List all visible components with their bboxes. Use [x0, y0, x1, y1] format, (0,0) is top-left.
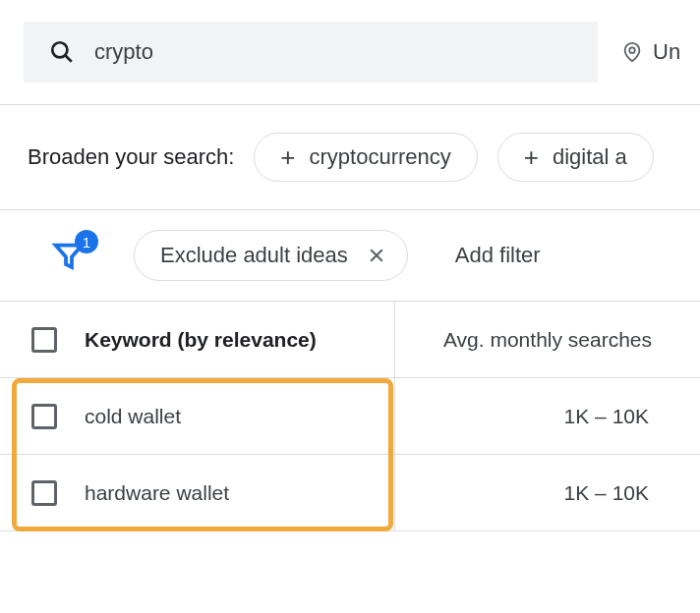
filter-row: 1 Exclude adult ideas Add filter	[0, 210, 700, 301]
broaden-row: Broaden your search: + cryptocurrency + …	[0, 105, 700, 209]
cell-searches: 1K – 10K	[395, 378, 700, 454]
broaden-label: Broaden your search:	[28, 144, 234, 170]
search-box[interactable]	[24, 22, 598, 83]
search-row: Un	[0, 0, 700, 104]
cell-keyword: cold wallet	[0, 378, 395, 454]
active-filter-chip[interactable]: Exclude adult ideas	[134, 230, 408, 281]
location-selector[interactable]: Un	[621, 38, 680, 66]
search-input[interactable]	[94, 39, 572, 65]
cell-keyword: hardware wallet	[0, 455, 395, 530]
header-searches-label: Avg. monthly searches	[443, 328, 652, 352]
add-filter-button[interactable]: Add filter	[455, 243, 541, 268]
searches-text: 1K – 10K	[564, 481, 649, 505]
header-keyword-label: Keyword (by relevance)	[85, 328, 317, 352]
close-icon[interactable]	[364, 243, 389, 268]
select-all-checkbox[interactable]	[31, 327, 57, 353]
keyword-text: cold wallet	[85, 405, 181, 428]
filter-chip-label: Exclude adult ideas	[160, 243, 348, 268]
column-header-keyword[interactable]: Keyword (by relevance)	[0, 302, 395, 377]
broaden-chip-digital[interactable]: + digital a	[497, 133, 654, 182]
filter-button[interactable]: 1	[51, 238, 87, 273]
location-label: Un	[653, 39, 680, 65]
table-header: Keyword (by relevance) Avg. monthly sear…	[0, 302, 700, 378]
filter-count-badge: 1	[75, 230, 98, 253]
table-row[interactable]: cold wallet 1K – 10K	[0, 378, 700, 455]
chip-label: digital a	[553, 144, 627, 170]
svg-point-2	[629, 47, 635, 53]
plus-icon: +	[524, 144, 539, 170]
svg-line-1	[65, 55, 72, 62]
results-table: Keyword (by relevance) Avg. monthly sear…	[0, 301, 700, 531]
table-row[interactable]: hardware wallet 1K – 10K	[0, 455, 700, 531]
table-body: cold wallet 1K – 10K hardware wallet 1K …	[0, 378, 700, 531]
chip-label: cryptocurrency	[310, 144, 451, 170]
svg-point-0	[52, 42, 67, 57]
location-pin-icon	[621, 38, 643, 66]
column-header-searches[interactable]: Avg. monthly searches	[395, 302, 700, 377]
searches-text: 1K – 10K	[564, 405, 649, 428]
row-checkbox[interactable]	[31, 480, 57, 506]
search-icon	[49, 39, 75, 65]
keyword-text: hardware wallet	[85, 481, 229, 505]
cell-searches: 1K – 10K	[395, 455, 700, 530]
plus-icon: +	[280, 144, 295, 170]
row-checkbox[interactable]	[31, 404, 57, 429]
broaden-chip-cryptocurrency[interactable]: + cryptocurrency	[254, 133, 477, 182]
